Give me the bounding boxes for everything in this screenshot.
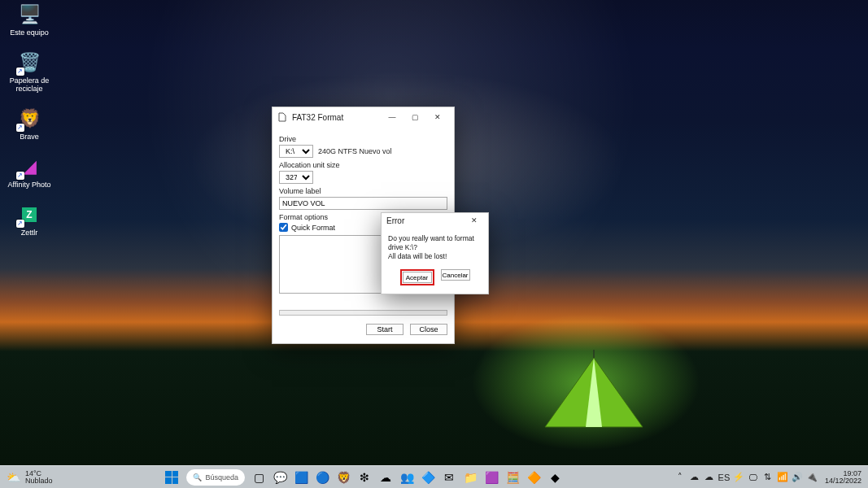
taskbar-app-explorer[interactable]: 📁 bbox=[461, 468, 479, 486]
desktop-icons: 🖥️ Este equipo 🗑️ Papelera de reciclaje … bbox=[3, 3, 55, 237]
alloc-select[interactable]: 32768 bbox=[279, 171, 313, 184]
taskbar-app-obsidian[interactable]: 🔶 bbox=[525, 468, 543, 486]
app-icon bbox=[277, 112, 287, 122]
weather-desc: Nublado bbox=[25, 477, 53, 485]
desktop-icon-label: Brave bbox=[20, 133, 39, 141]
tray-expand-icon[interactable]: ˄ bbox=[674, 471, 687, 484]
taskbar-app-onedrive[interactable]: ☁ bbox=[377, 468, 395, 486]
taskbar: ⛅ 14°C Nublado 🔍 Búsqueda ▢💬🟦🔵🦁❇☁👥🔷✉📁🟪🧮🔶… bbox=[0, 465, 868, 488]
desktop-icon-label: Papelera de reciclaje bbox=[3, 76, 55, 93]
search-box[interactable]: 🔍 Búsqueda bbox=[186, 469, 245, 486]
accept-button[interactable]: Aceptar bbox=[403, 272, 432, 283]
monitor-icon: 🖥️ bbox=[18, 3, 41, 26]
taskbar-app-app3[interactable]: 🟪 bbox=[482, 468, 500, 486]
taskbar-app-mail[interactable]: ✉ bbox=[440, 468, 458, 486]
dialog-title: Error bbox=[386, 216, 404, 225]
taskbar-app-teams[interactable]: 👥 bbox=[398, 468, 416, 486]
brave-icon: 🦁 bbox=[18, 107, 41, 130]
tent-graphic bbox=[529, 350, 659, 431]
clock-date: 14/12/2022 bbox=[825, 477, 861, 485]
desktop-icon-affinity[interactable]: ◢ Affinity Photo bbox=[3, 155, 55, 189]
desktop-icon-papelera[interactable]: 🗑️ Papelera de reciclaje bbox=[3, 51, 55, 93]
clock[interactable]: 19:07 14/12/2022 bbox=[825, 470, 861, 485]
weather-widget[interactable]: ⛅ 14°C Nublado bbox=[7, 470, 53, 485]
alloc-label: Allocation unit size bbox=[279, 161, 447, 169]
close-button[interactable]: ✕ bbox=[426, 107, 449, 127]
tray-screen-icon[interactable]: 🖵 bbox=[747, 471, 760, 484]
search-placeholder: Búsqueda bbox=[205, 473, 238, 481]
window-title: FAT32 Format bbox=[292, 113, 343, 122]
recycle-bin-icon: 🗑️ bbox=[18, 51, 41, 74]
zettlr-icon: Z bbox=[18, 203, 41, 226]
drive-select[interactable]: K:\ bbox=[279, 145, 313, 158]
tray-net-icon[interactable]: ⇅ bbox=[761, 471, 774, 484]
start-button[interactable]: Start bbox=[366, 324, 403, 335]
svg-marker-0 bbox=[545, 358, 643, 427]
svg-marker-1 bbox=[586, 358, 602, 427]
taskbar-app-app5[interactable]: ◆ bbox=[546, 468, 564, 486]
volume-label-input[interactable] bbox=[279, 197, 447, 210]
quick-format-checkbox[interactable] bbox=[279, 223, 288, 232]
taskbar-app-app2[interactable]: 🔷 bbox=[419, 468, 437, 486]
desktop-icon-label: Este equipo bbox=[10, 28, 49, 37]
search-icon: 🔍 bbox=[193, 473, 202, 481]
tray-lang-icon[interactable]: ES bbox=[718, 471, 731, 484]
desktop-icon-label: Affinity Photo bbox=[8, 181, 51, 189]
cancel-button[interactable]: Cancelar bbox=[441, 269, 470, 281]
drive-info: 240G NTFS Nuevo vol bbox=[318, 147, 392, 155]
taskbar-app-chat[interactable]: 💬 bbox=[271, 468, 289, 486]
dialog-message: Do you really want to format drive K:\? … bbox=[388, 234, 482, 261]
error-dialog: Error ✕ Do you really want to format dri… bbox=[381, 212, 489, 294]
tray-power-icon[interactable]: 🔌 bbox=[805, 471, 818, 484]
weather-icon: ⛅ bbox=[7, 471, 20, 484]
desktop-icon-brave[interactable]: 🦁 Brave bbox=[3, 107, 55, 141]
taskbar-app-app1[interactable]: ❇ bbox=[355, 468, 373, 486]
taskbar-app-edge[interactable]: 🟦 bbox=[292, 468, 310, 486]
taskbar-app-taskview[interactable]: ▢ bbox=[250, 468, 268, 486]
tray-battery-icon[interactable]: ⚡ bbox=[732, 471, 745, 484]
taskbar-app-brave[interactable]: 🦁 bbox=[334, 468, 352, 486]
desktop-icon-zettlr[interactable]: Z Zettlr bbox=[3, 203, 55, 237]
start-button[interactable] bbox=[162, 468, 181, 487]
windows-logo-icon bbox=[165, 471, 178, 484]
tray-vol-icon[interactable]: 🔊 bbox=[791, 471, 804, 484]
tray-wifi-icon[interactable]: 📶 bbox=[776, 471, 789, 484]
taskbar-app-chrome[interactable]: 🔵 bbox=[313, 468, 331, 486]
tray-onedrive-icon[interactable]: ☁ bbox=[688, 471, 701, 484]
affinity-photo-icon: ◢ bbox=[18, 155, 41, 178]
minimize-button[interactable]: — bbox=[381, 107, 403, 127]
titlebar[interactable]: FAT32 Format — ▢ ✕ bbox=[273, 107, 454, 127]
dialog-titlebar[interactable]: Error ✕ bbox=[382, 213, 488, 228]
accept-highlight: Aceptar bbox=[400, 269, 434, 285]
taskbar-app-app4[interactable]: 🧮 bbox=[504, 468, 521, 486]
drive-label: Drive bbox=[279, 135, 447, 143]
quick-format-label: Quick Format bbox=[291, 224, 335, 232]
progress-bar bbox=[279, 310, 447, 316]
close-window-button[interactable]: Close bbox=[410, 324, 447, 335]
dialog-close-button[interactable]: ✕ bbox=[465, 213, 483, 228]
tray-cloud2-icon[interactable]: ☁ bbox=[703, 471, 716, 484]
desktop-icon-label: Zettlr bbox=[21, 229, 38, 237]
maximize-button[interactable]: ▢ bbox=[403, 107, 426, 127]
volume-label-label: Volume label bbox=[279, 187, 447, 195]
desktop-icon-este-equipo[interactable]: 🖥️ Este equipo bbox=[3, 3, 55, 37]
